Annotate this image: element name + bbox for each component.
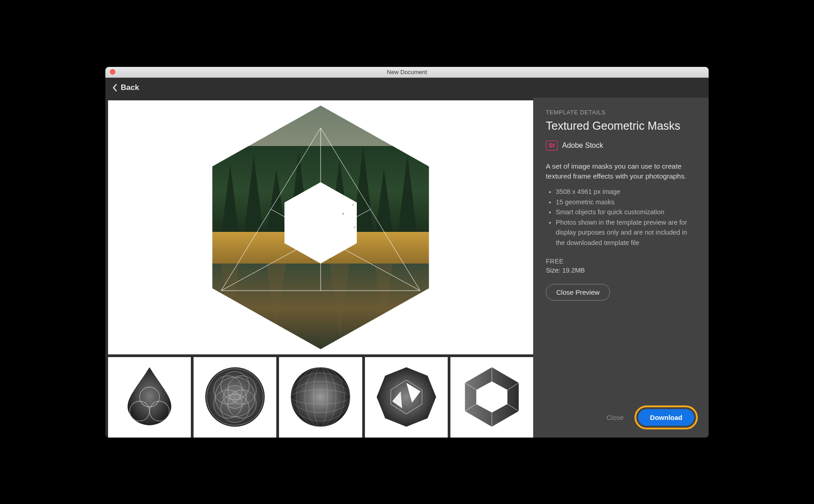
back-label: Back — [121, 83, 139, 92]
svg-point-32 — [205, 367, 265, 427]
adobe-stock-icon: St — [546, 141, 558, 151]
close-preview-button[interactable]: Close Preview — [546, 284, 610, 301]
template-source[interactable]: St Adobe Stock — [546, 141, 696, 151]
source-label: Adobe Stock — [562, 141, 603, 150]
svg-point-42 — [291, 367, 350, 427]
template-size: Size: 19.2MB — [546, 267, 696, 274]
svg-point-23 — [347, 195, 349, 197]
svg-point-28 — [311, 259, 312, 260]
thumbnail-2[interactable] — [194, 357, 276, 438]
thumbnail-3[interactable] — [279, 357, 362, 438]
download-button[interactable]: Download — [638, 409, 694, 426]
template-price: FREE — [546, 258, 696, 265]
preview-column — [105, 98, 533, 438]
feature-item: 15 geometric masks — [556, 197, 696, 207]
new-document-window: New Document Back — [105, 67, 709, 438]
footer-buttons: Close Download — [604, 405, 698, 429]
feature-item: 3508 x 4961 px image — [556, 187, 696, 197]
thumbnail-4[interactable] — [365, 357, 448, 438]
topbar: Back — [105, 78, 709, 98]
feature-item: Photos shown in the template preview are… — [556, 217, 696, 248]
details-heading: TEMPLATE DETAILS — [546, 109, 696, 116]
template-title: Textured Geometric Masks — [546, 119, 696, 132]
svg-point-25 — [342, 213, 344, 215]
svg-marker-49 — [376, 367, 435, 427]
close-button[interactable]: Close — [604, 409, 626, 426]
details-panel: TEMPLATE DETAILS Textured Geometric Mask… — [533, 98, 709, 438]
window-title: New Document — [105, 69, 709, 75]
template-preview — [108, 100, 533, 354]
back-button[interactable]: Back — [113, 83, 139, 92]
thumbnail-5[interactable] — [450, 357, 533, 438]
feature-list: 3508 x 4961 px image 15 geometric masks … — [556, 187, 696, 248]
svg-point-24 — [353, 204, 354, 205]
content-area: TEMPLATE DETAILS Textured Geometric Mask… — [105, 98, 709, 438]
svg-point-27 — [329, 258, 330, 259]
titlebar: New Document — [105, 67, 709, 78]
thumbnail-1[interactable] — [108, 357, 191, 438]
thumbnail-row — [108, 357, 533, 438]
template-description: A set of image masks you can use to crea… — [546, 161, 696, 182]
svg-point-26 — [354, 226, 355, 228]
close-window-button[interactable] — [110, 69, 115, 75]
chevron-left-icon — [113, 84, 117, 91]
download-highlight: Download — [634, 405, 698, 429]
feature-item: Smart objects for quick customization — [556, 207, 696, 217]
preview-image — [194, 101, 447, 354]
window-controls — [105, 69, 115, 75]
